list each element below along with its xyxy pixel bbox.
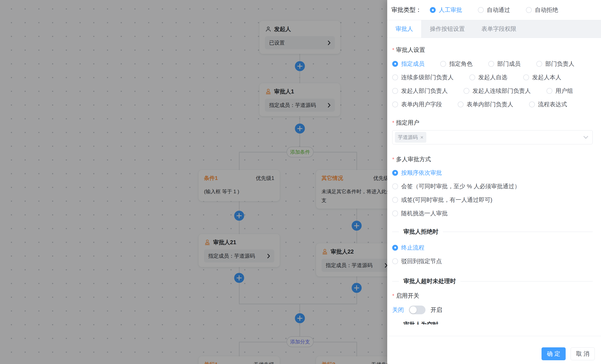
radio-option[interactable]: 指定角色 — [440, 60, 472, 68]
radio-icon — [547, 88, 552, 94]
radio-option[interactable]: 表单内用户字段 — [392, 101, 442, 108]
radio-icon — [392, 88, 398, 94]
tab-approver[interactable]: 审批人 — [387, 20, 421, 38]
chevron-down-icon — [583, 134, 588, 139]
radio-option[interactable]: 发起人部门负责人 — [392, 87, 448, 95]
cancel-button[interactable]: 取 消 — [571, 347, 595, 360]
radio-option[interactable]: 连续多级部门负责人 — [392, 73, 454, 81]
radio-option[interactable]: 或签(可同时审批，有一人通过即可) — [392, 196, 593, 204]
reject-options: 终止流程 驳回到指定节点 — [392, 244, 593, 265]
radio-icon — [523, 74, 529, 80]
enable-switch-label: 启用开关 — [392, 292, 593, 300]
radio-icon — [392, 101, 398, 107]
radio-icon — [392, 170, 398, 176]
empty-approver-section-divider: 审批人为空时 — [392, 320, 593, 324]
user-tag: 芋道源码 — [395, 132, 426, 143]
tab-form-field-permission[interactable]: 表单字段权限 — [473, 20, 525, 38]
radio-option-auto-reject[interactable]: 自动拒绝 — [526, 6, 558, 14]
radio-option[interactable]: 流程表达式 — [529, 101, 567, 108]
approval-type-label: 审批类型： — [391, 6, 421, 14]
radio-icon — [526, 7, 532, 13]
reject-section-title: 审批人拒绝时 — [403, 228, 438, 236]
radio-icon — [488, 61, 494, 67]
toggle-on-label: 开启 — [431, 306, 442, 314]
radio-icon — [469, 74, 475, 80]
radio-icon — [458, 101, 463, 107]
approver-setting-row: 表单内用户字段 表单内部门负责人 流程表达式 — [392, 101, 593, 108]
multi-approve-mode-label: 多人审批方式 — [392, 155, 593, 163]
approver-setting-row: 发起人部门负责人 发起人连续部门负责人 用户组 — [392, 87, 593, 95]
radio-option-auto-approve[interactable]: 自动通过 — [478, 6, 510, 14]
radio-icon — [529, 101, 535, 107]
radio-icon — [392, 183, 398, 189]
radio-option[interactable]: 指定成员 — [392, 60, 424, 68]
radio-option[interactable]: 随机挑选一人审批 — [392, 210, 593, 217]
toggle-off-label: 关闭 — [392, 306, 404, 314]
radio-icon — [536, 61, 542, 67]
radio-option[interactable]: 驳回到指定节点 — [392, 257, 593, 265]
radio-option[interactable]: 终止流程 — [392, 244, 593, 252]
timeout-switch[interactable] — [409, 305, 425, 314]
close-icon[interactable] — [420, 135, 423, 140]
timeout-toggle-row: 关闭 开启 — [392, 305, 593, 314]
radio-icon — [392, 211, 398, 216]
radio-option[interactable]: 发起人本人 — [523, 73, 561, 81]
radio-icon — [430, 7, 436, 13]
approver-setting-row: 指定成员 指定角色 部门成员 部门负责人 — [392, 60, 593, 68]
timeout-section-title: 审批人超时未处理时 — [403, 277, 456, 285]
radio-icon — [392, 61, 398, 67]
radio-icon — [478, 7, 484, 13]
radio-icon — [392, 74, 398, 80]
approver-setting-label: 审批人设置 — [392, 46, 593, 54]
multi-approve-options: 按顺序依次审批 会签（可同时审批，至少 % 人必须审批通过） 或签(可同时审批，… — [392, 169, 593, 217]
radio-icon — [392, 197, 398, 203]
radio-option[interactable]: 表单内部门负责人 — [458, 101, 513, 108]
radio-option[interactable]: 部门成员 — [488, 60, 521, 68]
settings-tabs: 审批人 操作按钮设置 表单字段权限 — [387, 20, 601, 38]
radio-option[interactable]: 会签（可同时审批，至少 % 人必须审批通过） — [392, 182, 593, 190]
radio-option[interactable]: 发起人自选 — [469, 73, 507, 81]
approver-setting-row: 连续多级部门负责人 发起人自选 发起人本人 — [392, 73, 593, 81]
drawer-content[interactable]: 审批人设置 指定成员 指定角色 部门成员 部门负责人 连续多 — [387, 38, 601, 324]
radio-option-manual-approve[interactable]: 人工审批 — [430, 6, 462, 14]
radio-option[interactable]: 部门负责人 — [536, 60, 574, 68]
radio-option[interactable]: 发起人连续部门负责人 — [463, 87, 531, 95]
radio-icon — [392, 245, 398, 251]
timeout-section-divider: 审批人超时未处理时 — [392, 277, 593, 285]
radio-option[interactable]: 用户组 — [547, 87, 573, 95]
assign-user-select[interactable]: 芋道源码 — [392, 130, 593, 144]
confirm-button[interactable]: 确 定 — [541, 347, 566, 360]
empty-approver-section-title: 审批人为空时 — [403, 321, 438, 324]
radio-icon — [463, 88, 469, 94]
approval-settings-drawer: 审批类型： 人工审批 自动通过 自动拒绝 审批人 操作按钮设置 表单字段权限 审… — [387, 0, 601, 364]
approval-type-row: 审批类型： 人工审批 自动通过 自动拒绝 — [387, 0, 601, 20]
radio-icon — [440, 61, 446, 67]
radio-icon — [392, 258, 398, 264]
tab-button-settings[interactable]: 操作按钮设置 — [421, 20, 473, 38]
reject-section-divider: 审批人拒绝时 — [392, 228, 593, 236]
radio-option[interactable]: 按顺序依次审批 — [392, 169, 593, 177]
drawer-footer: 确 定 取 消 — [387, 336, 601, 364]
assign-user-label: 指定用户 — [392, 119, 593, 127]
